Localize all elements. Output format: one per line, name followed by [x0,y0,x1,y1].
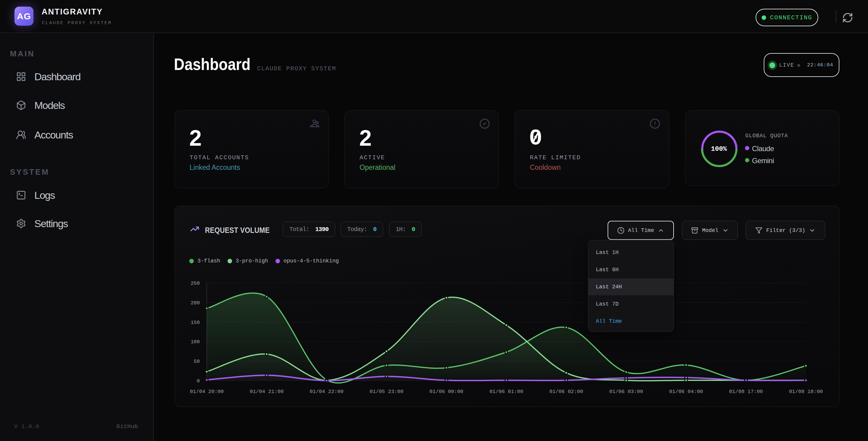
svg-text:01/06 01:00: 01/06 01:00 [490,389,523,394]
svg-text:200: 200 [190,300,200,306]
svg-text:01/04 22:00: 01/04 22:00 [310,389,343,394]
svg-text:01/08 17:00: 01/08 17:00 [729,389,763,394]
svg-text:0: 0 [197,378,200,384]
svg-text:01/06 00:00: 01/06 00:00 [430,389,463,394]
svg-text:250: 250 [190,281,200,286]
svg-text:01/08 18:00: 01/08 18:00 [789,389,823,394]
svg-text:01/04 21:00: 01/04 21:00 [250,389,284,394]
svg-text:100: 100 [190,339,200,345]
svg-text:50: 50 [194,359,200,364]
svg-text:01/06 03:00: 01/06 03:00 [609,389,643,394]
svg-text:01/04 20:00: 01/04 20:00 [190,389,224,394]
svg-text:150: 150 [190,320,200,325]
svg-text:01/06 02:00: 01/06 02:00 [550,389,583,394]
svg-text:01/05 23:00: 01/05 23:00 [370,389,403,394]
svg-text:01/06 04:00: 01/06 04:00 [669,389,703,394]
